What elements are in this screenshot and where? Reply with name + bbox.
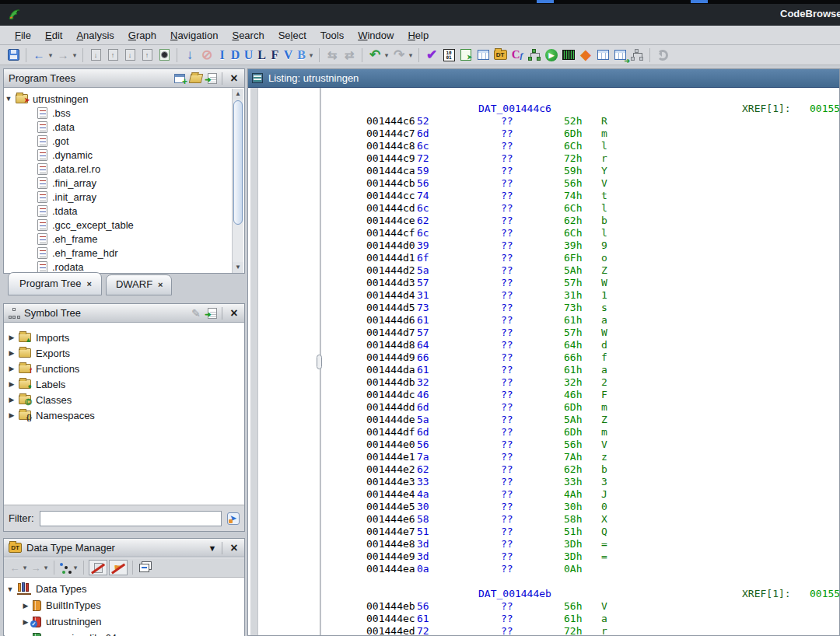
listing-byte-row[interactable]: 001444c652??52hR [248, 115, 839, 128]
redo-icon[interactable]: ↷ [391, 47, 407, 63]
listing-byte-row[interactable]: 001444ed72??72hr [248, 625, 839, 635]
redo-dropdown-caret[interactable]: ▾ [408, 51, 414, 59]
tree-node-section[interactable]: .gcc_except_table [5, 218, 232, 232]
tree-node-section[interactable]: .data [5, 120, 232, 134]
expand-arrow-icon[interactable]: ▶ [8, 334, 16, 341]
listing-byte-row[interactable]: 001444d864??64hd [248, 339, 839, 351]
open-folder-icon[interactable] [189, 72, 203, 86]
memory-bytes-icon[interactable] [561, 47, 576, 63]
menu-graph[interactable]: Graph [121, 27, 163, 44]
menu-help[interactable]: Help [401, 27, 436, 44]
forward-dropdown-caret[interactable]: ▾ [43, 564, 49, 571]
listing-byte-row[interactable]: 001444c76d??6Dhm [248, 128, 839, 140]
undo-dropdown-caret[interactable]: ▾ [383, 51, 390, 59]
listing-byte-row[interactable]: 001444d039??39h9 [248, 239, 839, 252]
script-manager-icon[interactable] [458, 47, 474, 63]
import-icon[interactable] [205, 306, 219, 320]
listing-byte-row[interactable]: 001444eb56??56hV [248, 600, 839, 613]
filter-config-icon[interactable]: ➤ [227, 512, 240, 525]
listing-byte-row[interactable]: 001444ec61??61ha [248, 613, 839, 625]
listing-label-row[interactable]: DAT_001444ebXREF[1]:00155 [248, 588, 839, 600]
back-dropdown-caret[interactable]: ▾ [22, 564, 28, 571]
listing-byte-row[interactable]: 001444d16f??6Fho [248, 252, 839, 264]
listing-byte-row[interactable]: 001444e44a??4AhJ [248, 488, 839, 501]
tree-node-data-types[interactable]: ▼Data Types [5, 581, 244, 597]
expand-arrow-icon[interactable]: ▶ [8, 396, 16, 404]
symbol-tree-node-exports[interactable]: ▶Exports [5, 345, 244, 361]
listing-byte-row[interactable]: 001444de5a??5AhZ [248, 414, 839, 426]
patch-instruction-icon[interactable] [156, 47, 172, 63]
filter-pointers-toggle[interactable]: ☛ [109, 560, 128, 575]
forward-dropdown-caret[interactable]: ▾ [72, 51, 78, 59]
listing-byte-row[interactable]: 001444da61??61ha [248, 364, 839, 376]
listing-byte-row[interactable]: 001444ea0a??0Ah [248, 563, 839, 575]
listing-byte-row[interactable]: 001444cb56??56hV [248, 177, 839, 190]
expand-arrow-icon[interactable]: ▶ [22, 618, 30, 626]
expand-arrow-icon[interactable]: ▼ [5, 95, 12, 103]
listing-byte-row[interactable]: 001444d25a??5AhZ [248, 264, 839, 277]
close-icon[interactable]: × [227, 541, 241, 555]
symbol-tree-node-classes[interactable]: ▶ⒸClasses [5, 392, 244, 407]
listing-byte-row[interactable]: 001444d661??61ha [248, 314, 839, 327]
mark-byte-dropdown-caret[interactable]: ▾ [308, 51, 314, 59]
snapshot-icon[interactable] [655, 47, 670, 63]
clear-flow-repair-icon[interactable]: ⇄ [341, 47, 357, 63]
tab-close-icon[interactable]: × [86, 279, 91, 288]
paste-down2-icon[interactable]: ↓ [122, 47, 138, 63]
menu-file[interactable]: File [8, 27, 38, 44]
symbol-tree-node-namespaces[interactable]: ▶{}Namespaces [5, 407, 244, 423]
new-tree-icon[interactable] [173, 72, 187, 86]
listing-byte-row[interactable]: 001444e530??30h0 [248, 501, 839, 513]
tree-node-section[interactable]: .eh_frame_hdr [5, 246, 232, 260]
listing-byte-row[interactable]: 001444cf6c??6Chl [248, 227, 839, 239]
listing-label-row[interactable]: DAT_001444c6XREF[1]:00155 [248, 103, 839, 115]
listing-byte-row[interactable]: 001444e333??33h3 [248, 476, 839, 488]
collapse-all-icon[interactable] [137, 561, 151, 575]
filter-input[interactable] [40, 511, 222, 526]
validate-icon[interactable]: ✔ [424, 47, 439, 63]
program-trees-header[interactable]: Program Trees × [4, 69, 244, 88]
mark-byte-button[interactable]: B [295, 47, 308, 63]
expand-arrow-icon[interactable]: ▶ [8, 411, 16, 419]
menu-search[interactable]: Search [225, 27, 271, 44]
edit-function-signature-icon[interactable]: Cf [509, 47, 525, 63]
menu-edit[interactable]: Edit [38, 27, 69, 44]
listing-byte-row[interactable]: 001444cc74??74ht [248, 190, 839, 202]
listing-byte-row[interactable]: 001444dc46??46hF [248, 389, 839, 401]
listing-byte-row[interactable]: 001444d757??57hW [248, 327, 839, 339]
tree-node-section[interactable]: .eh_frame [5, 232, 232, 246]
listing-byte-row[interactable]: 001444cd6c??6Chl [248, 202, 839, 215]
datatype-archive-icon[interactable]: DT [492, 47, 508, 63]
edit-pencil-icon[interactable]: ✎ [189, 306, 203, 320]
import-tree-icon[interactable] [205, 72, 219, 86]
tree-node-generic_clib_64[interactable]: ▶generic_clib_64 [5, 630, 244, 636]
clear-code-icon[interactable]: ⊘ [199, 47, 215, 63]
listing-byte-row[interactable]: 001444db32??32h2 [248, 376, 839, 389]
table-view-icon[interactable] [595, 47, 611, 63]
tree-node-section[interactable]: .dynamic [5, 148, 232, 162]
listing-byte-row[interactable]: 001444e751??51hQ [248, 526, 839, 538]
expand-arrow-icon[interactable]: ▶ [8, 380, 16, 388]
menu-window[interactable]: Window [351, 27, 401, 44]
mark-instruction-button[interactable]: I [215, 47, 229, 63]
table-export-icon[interactable] [612, 47, 628, 63]
program-tree-scrollbar[interactable]: ▲ ▼ [232, 89, 243, 273]
listing-byte-row[interactable]: 001444e93d??3Dh= [248, 550, 839, 563]
tree-node-section[interactable]: .tdata [5, 204, 232, 218]
forward-icon[interactable]: → [55, 47, 71, 63]
call-tree-icon[interactable] [629, 47, 645, 63]
expand-arrow-icon[interactable]: ▶ [8, 349, 16, 357]
paste-down-icon[interactable]: ↓ [88, 47, 103, 63]
menu-tools[interactable]: Tools [313, 27, 351, 44]
tree-node-section[interactable]: .fini_array [5, 176, 232, 190]
tree-node-section[interactable]: .bss [5, 106, 232, 120]
tree-node-section[interactable]: .data.rel.ro [5, 162, 232, 176]
tree-node-root[interactable]: ▼➤utrustningen [5, 92, 232, 106]
listing-splitter-handle[interactable] [317, 355, 322, 369]
back-icon[interactable]: ← [31, 47, 47, 63]
mark-data-button[interactable]: D [229, 47, 242, 63]
paste-up-icon[interactable]: ↑ [105, 47, 121, 63]
menu-analysis[interactable]: Analysis [69, 27, 121, 44]
decompile-icon[interactable]: ◆ [578, 47, 593, 63]
scroll-thumb[interactable] [233, 100, 243, 225]
